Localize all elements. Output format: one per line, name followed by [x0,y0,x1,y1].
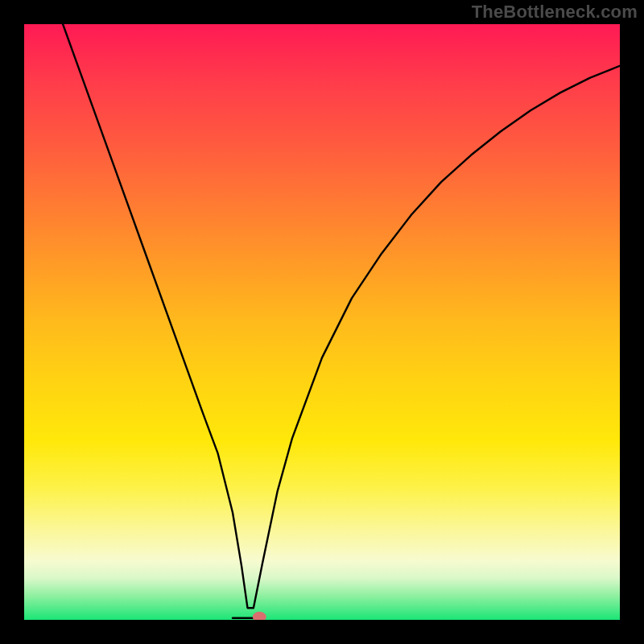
watermark-text: TheBottleneck.com [472,2,638,23]
chart-frame: TheBottleneck.com [0,0,644,644]
chart-curve [63,24,620,608]
chart-svg [24,24,620,620]
chart-marker [253,612,266,620]
plot-area [24,24,620,620]
